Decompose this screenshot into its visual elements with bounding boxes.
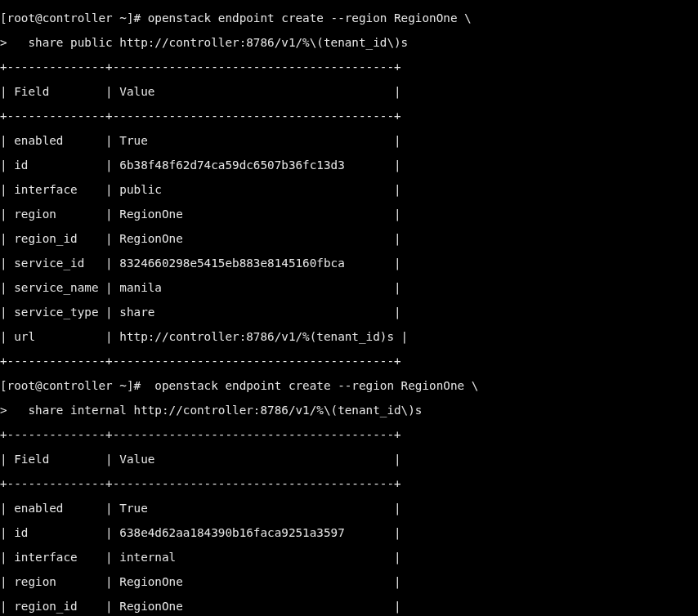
table-row: | id | 6b38f48f62d74ca59dc6507b36fc13d3 … [0,159,698,172]
table-border: +--------------+------------------------… [0,355,698,368]
table-border: +--------------+------------------------… [0,429,698,441]
table-border: +--------------+------------------------… [0,110,698,123]
command-line: [root@controller ~]# openstack endpoint … [0,380,698,392]
table-row: | enabled | True | [0,135,698,147]
table-row: | region | RegionOne | [0,208,698,221]
command-line-cont: > share public http://controller:8786/v1… [0,37,698,49]
table-row: | service_type | share | [0,306,698,319]
table-header: | Field | Value | [0,453,698,466]
table-row: | id | 638e4d62aa184390b16faca9251a3597 … [0,527,698,539]
table-border: +--------------+------------------------… [0,478,698,490]
table-row: | region_id | RegionOne | [0,600,698,613]
table-border: +--------------+------------------------… [0,61,698,74]
command-line: [root@controller ~]# openstack endpoint … [0,12,698,25]
table-row: | enabled | True | [0,502,698,515]
command-line-cont: > share internal http://controller:8786/… [0,404,698,417]
table-row: | url | http://controller:8786/v1/%(tena… [0,331,698,343]
table-row: | interface | public | [0,184,698,196]
table-row: | region | RegionOne | [0,576,698,588]
table-row: | interface | internal | [0,551,698,564]
table-row: | service_name | manila | [0,282,698,294]
table-row: | service_id | 8324660298e5415eb883e8145… [0,257,698,270]
terminal-output[interactable]: [root@controller ~]# openstack endpoint … [0,0,698,616]
table-row: | region_id | RegionOne | [0,233,698,245]
table-header: | Field | Value | [0,86,698,98]
